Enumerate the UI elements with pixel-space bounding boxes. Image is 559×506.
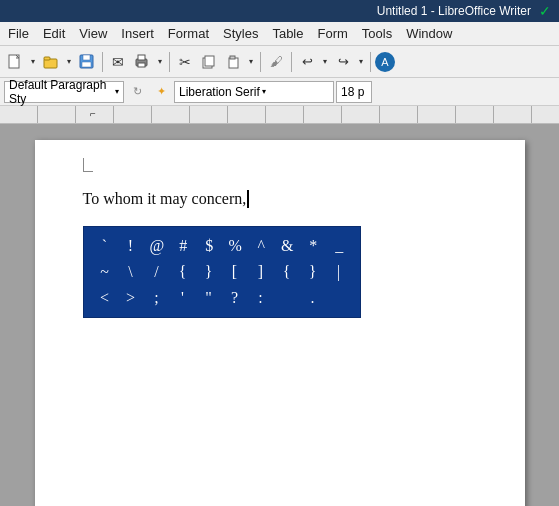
char-closebracket[interactable]: ] [254, 263, 268, 281]
toolbar-sep-2 [169, 52, 170, 72]
new-dropdown-button[interactable]: ▾ [28, 51, 38, 73]
paragraph-style-arrow: ▾ [115, 87, 119, 96]
font-size-dropdown[interactable]: 18 p [336, 81, 372, 103]
char-star[interactable]: * [306, 237, 320, 255]
char-semicolon[interactable]: ; [150, 289, 164, 307]
toolbar-sep-1 [102, 52, 103, 72]
char-openbrace2[interactable]: { [280, 263, 294, 281]
svg-rect-4 [83, 55, 90, 60]
font-name-arrow: ▾ [262, 87, 266, 96]
format-paint-button[interactable]: 🖌 [265, 51, 287, 73]
char-tilde[interactable]: ~ [98, 263, 112, 281]
save-button[interactable] [76, 51, 98, 73]
svg-rect-5 [82, 62, 91, 67]
svg-rect-8 [138, 63, 145, 67]
font-size-label: 18 p [341, 85, 364, 99]
char-at[interactable]: @ [150, 237, 165, 255]
svg-rect-7 [138, 55, 145, 60]
char-hash[interactable]: # [176, 237, 190, 255]
menu-file[interactable]: File [2, 24, 35, 43]
email-button[interactable]: ✉ [107, 51, 129, 73]
redo-button[interactable]: ↪ [332, 51, 354, 73]
char-singlequote[interactable]: ' [176, 289, 190, 307]
char-closebrace2[interactable]: } [306, 263, 320, 281]
print-dropdown-button[interactable]: ▾ [155, 51, 165, 73]
toolbar-sep-5 [370, 52, 371, 72]
format-toolbar: Default Paragraph Sty ▾ ↻ ✦ Liberation S… [0, 78, 559, 106]
menu-styles[interactable]: Styles [217, 24, 264, 43]
font-name-dropdown[interactable]: Liberation Serif ▾ [174, 81, 334, 103]
char-slash[interactable]: / [150, 263, 164, 281]
char-closebrace[interactable]: } [202, 263, 216, 281]
char-gt[interactable]: > [124, 289, 138, 307]
svg-rect-10 [205, 56, 214, 66]
main-toolbar: ▾ ▾ ✉ ▾ ✂ ▾ 🖌 ↩ ▾ ↪ ▾ A [0, 46, 559, 78]
menu-edit[interactable]: Edit [37, 24, 71, 43]
document-text[interactable]: To whom it may concern, [83, 190, 477, 208]
menu-view[interactable]: View [73, 24, 113, 43]
char-caret[interactable]: ^ [254, 237, 268, 255]
paragraph-style-dropdown[interactable]: Default Paragraph Sty ▾ [4, 81, 124, 103]
title-bar: Untitled 1 - LibreOffice Writer ✓ [0, 0, 559, 22]
open-button[interactable] [40, 51, 62, 73]
cut-button[interactable]: ✂ [174, 51, 196, 73]
print-button[interactable] [131, 51, 153, 73]
copy-button[interactable] [198, 51, 220, 73]
text-cursor [247, 190, 249, 208]
menu-table[interactable]: Table [266, 24, 309, 43]
special-chars-row-3: < > ; ' " ? : . [98, 289, 347, 307]
undo-dropdown-button[interactable]: ▾ [320, 51, 330, 73]
char-openbrace[interactable]: { [176, 263, 190, 281]
open-dropdown-button[interactable]: ▾ [64, 51, 74, 73]
menu-window[interactable]: Window [400, 24, 458, 43]
char-question[interactable]: ? [228, 289, 242, 307]
page: To whom it may concern, ` ! @ # $ % ^ & … [35, 140, 525, 506]
char-period[interactable]: . [306, 289, 320, 307]
char-backslash[interactable]: \ [124, 263, 138, 281]
page-cursor-mark [83, 158, 93, 172]
svg-rect-12 [230, 56, 235, 59]
char-colon[interactable]: : [254, 289, 268, 307]
char-lt[interactable]: < [98, 289, 112, 307]
char-backtick[interactable]: ` [98, 237, 112, 255]
document-area: To whom it may concern, ` ! @ # $ % ^ & … [0, 124, 559, 506]
menu-tools[interactable]: Tools [356, 24, 398, 43]
paste-dropdown-button[interactable]: ▾ [246, 51, 256, 73]
menu-insert[interactable]: Insert [115, 24, 160, 43]
special-chars-row-1: ` ! @ # $ % ^ & * _ [98, 237, 347, 255]
char-dollar[interactable]: $ [202, 237, 216, 255]
undo-button[interactable]: ↩ [296, 51, 318, 73]
style-btn-2[interactable]: ✦ [150, 81, 172, 103]
special-chars-popup[interactable]: ` ! @ # $ % ^ & * _ ~ \ / { } [ ] { } [83, 226, 362, 318]
style-btn-1[interactable]: ↻ [126, 81, 148, 103]
menu-form[interactable]: Form [311, 24, 353, 43]
redo-dropdown-button[interactable]: ▾ [356, 51, 366, 73]
font-name-label: Liberation Serif [179, 85, 260, 99]
ruler-lines [0, 106, 559, 123]
paste-button[interactable] [222, 51, 244, 73]
char-amp[interactable]: & [280, 237, 294, 255]
new-button[interactable] [4, 51, 26, 73]
title-text: Untitled 1 - LibreOffice Writer [377, 4, 531, 18]
char-underscore[interactable]: _ [332, 237, 346, 255]
char-openbracket[interactable]: [ [228, 263, 242, 281]
menu-bar: File Edit View Insert Format Styles Tabl… [0, 22, 559, 46]
ruler-cursor: ⌐ [90, 108, 96, 119]
toolbar-sep-4 [291, 52, 292, 72]
char-percent[interactable]: % [228, 237, 242, 255]
check-icon: ✓ [539, 3, 551, 19]
toolbar-sep-3 [260, 52, 261, 72]
paragraph-style-label: Default Paragraph Sty [9, 78, 113, 106]
menu-format[interactable]: Format [162, 24, 215, 43]
char-doublequote[interactable]: " [202, 289, 216, 307]
svg-rect-2 [44, 57, 50, 60]
special-chars-row-2: ~ \ / { } [ ] { } | [98, 263, 347, 281]
user-icon: A [375, 52, 395, 72]
doc-text-content: To whom it may concern, [83, 190, 247, 208]
char-pipe[interactable]: | [332, 263, 346, 281]
ruler: ⌐ [0, 106, 559, 124]
char-exclaim[interactable]: ! [124, 237, 138, 255]
